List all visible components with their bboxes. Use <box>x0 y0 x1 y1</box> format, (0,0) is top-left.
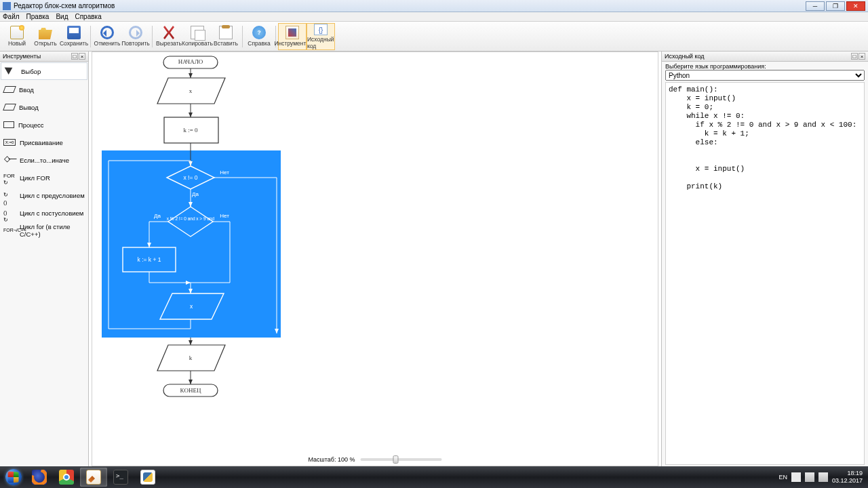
close-button[interactable]: ✕ <box>846 1 865 11</box>
assign-icon <box>3 139 16 146</box>
tools-icon <box>285 26 299 39</box>
panel-pin-button[interactable]: □ <box>71 53 78 60</box>
tray-clock[interactable]: 18:19 03.12.2017 <box>832 470 863 485</box>
tray-date: 03.12.2017 <box>832 477 863 485</box>
tool-input[interactable]: Ввод <box>0 81 88 98</box>
code-icon <box>314 24 328 35</box>
menu-edit[interactable]: Правка <box>26 13 50 20</box>
save-label: Сохранить <box>60 40 88 47</box>
firefox-icon <box>32 470 47 485</box>
redo-button[interactable]: Повторить <box>121 23 150 50</box>
open-button[interactable]: Открыть <box>31 23 60 50</box>
copy-icon <box>191 26 204 39</box>
help-button[interactable]: Справка <box>245 23 273 50</box>
tool-label: Присваивание <box>20 139 63 146</box>
tools-toggle-button[interactable]: Инструменты <box>278 23 307 50</box>
taskbar-terminal[interactable] <box>107 468 134 487</box>
python-icon <box>140 470 155 485</box>
zoom-label: Масштаб: 100 % <box>308 456 355 463</box>
menu-bar: Файл Правка Вид Справка <box>0 12 868 22</box>
language-select[interactable]: Python <box>665 70 865 81</box>
maximize-button[interactable]: ❐ <box>826 1 845 11</box>
editor-icon <box>86 470 101 485</box>
taskbar-python[interactable] <box>134 468 161 487</box>
copy-button[interactable]: Копировать <box>183 23 212 50</box>
tool-assign[interactable]: Присваивание <box>0 134 88 151</box>
main-area: Инструменты □ × Выбор Ввод Вывод Процесс… <box>0 52 868 466</box>
cut-button[interactable]: Вырезать <box>155 23 183 50</box>
tools-panel-header: Инструменты □ × <box>0 52 88 62</box>
rect-icon <box>3 121 14 128</box>
source-code-view[interactable]: def main(): x = input() k = 0; while x !… <box>665 82 865 465</box>
cond1-no-label: Нет <box>220 169 229 176</box>
paste-label: Вставить <box>214 40 238 47</box>
menu-file[interactable]: Файл <box>3 13 20 20</box>
panel-close-button[interactable]: × <box>79 53 85 60</box>
cut-label: Вырезать <box>156 40 182 47</box>
new-button[interactable]: Новый <box>3 23 31 50</box>
taskbar-editor[interactable] <box>80 468 107 487</box>
taskbar-chrome[interactable] <box>53 468 80 487</box>
tool-while[interactable]: Цикл с предусловием <box>0 186 88 204</box>
flowchart-proc-k0-label: k := 0 <box>183 127 198 134</box>
zoom-bar: Масштаб: 100 % <box>308 456 441 463</box>
paste-icon <box>219 26 233 39</box>
parallelogram-icon <box>3 104 16 110</box>
taskbar-firefox[interactable] <box>26 468 53 487</box>
start-button[interactable] <box>1 468 26 487</box>
source-label: Исходный код <box>307 36 334 49</box>
flowchart-output-k-label: k <box>189 354 193 361</box>
system-tray: EN 18:19 03.12.2017 <box>778 470 867 485</box>
flowchart-svg: НАЧАЛО x k := 0 x != 0 Нет Да x % 2 != 0… <box>92 52 658 466</box>
save-icon <box>67 26 81 39</box>
tool-ifelse[interactable]: Если...то...иначе <box>0 151 88 169</box>
source-panel-title: Исходный код <box>665 53 705 60</box>
flowchart-start-label: НАЧАЛО <box>178 58 203 65</box>
tools-panel-title: Инструменты <box>3 53 41 60</box>
tool-for[interactable]: Цикл FOR <box>0 169 88 186</box>
open-label: Открыть <box>34 40 56 47</box>
tool-output[interactable]: Вывод <box>0 98 88 116</box>
flowchart-proc-kpp-label: k := k + 1 <box>138 256 161 263</box>
menu-view[interactable]: Вид <box>56 13 68 20</box>
redo-icon <box>129 26 142 39</box>
tool-label: Процесс <box>18 121 44 129</box>
save-button[interactable]: Сохранить <box>60 23 88 50</box>
paste-button[interactable]: Вставить <box>212 23 240 50</box>
language-label: Выберите язык программирования: <box>665 63 865 70</box>
tool-cfor[interactable]: Цикл for (в стиле C/C++) <box>0 222 88 239</box>
panel-close-button[interactable]: × <box>859 53 865 60</box>
zoom-slider[interactable] <box>361 458 442 461</box>
source-panel-header: Исходный код □ × <box>662 52 868 62</box>
tool-label: Цикл FOR <box>20 174 50 182</box>
tool-label: Цикл for (в стиле C/C++) <box>20 223 85 238</box>
tray-lang[interactable]: EN <box>778 474 787 481</box>
window-titlebar: Редактор блок-схем алгоритмов ─ ❐ ✕ <box>0 0 868 12</box>
cursor-icon <box>5 66 17 76</box>
open-icon <box>39 26 52 39</box>
tool-select[interactable]: Выбор <box>1 62 87 80</box>
help-label: Справка <box>248 40 270 47</box>
flowchart-cond1-label: x != 0 <box>183 174 197 181</box>
new-label: Новый <box>8 40 26 47</box>
toolbar: Новый Открыть Сохранить Отменить Повтори… <box>0 22 868 52</box>
new-icon <box>10 26 24 39</box>
terminal-icon <box>113 470 128 485</box>
minimize-button[interactable]: ─ <box>806 1 825 11</box>
menu-help[interactable]: Справка <box>75 13 101 20</box>
cut-icon <box>162 26 176 39</box>
tool-process[interactable]: Процесс <box>0 116 88 134</box>
panel-pin-button[interactable]: □ <box>851 53 858 60</box>
cfor-icon <box>3 226 16 235</box>
canvas[interactable]: НАЧАЛО x k := 0 x != 0 Нет Да x % 2 != 0… <box>92 52 658 466</box>
tray-volume-icon[interactable] <box>818 472 828 482</box>
tray-network-icon[interactable] <box>805 472 814 482</box>
window-title: Редактор блок-схем алгоритмов <box>14 2 115 9</box>
tray-flag-icon[interactable] <box>791 472 801 482</box>
tool-dowhile[interactable]: Цикл с постусловием <box>0 204 88 222</box>
source-toggle-button[interactable]: Исходный код <box>307 23 335 50</box>
undo-button[interactable]: Отменить <box>93 23 121 50</box>
flowchart-cond2-label: x % 2 != 0 and x > 9 and <box>167 216 215 221</box>
redo-label: Повторить <box>121 40 150 47</box>
zoom-thumb[interactable] <box>393 455 399 464</box>
